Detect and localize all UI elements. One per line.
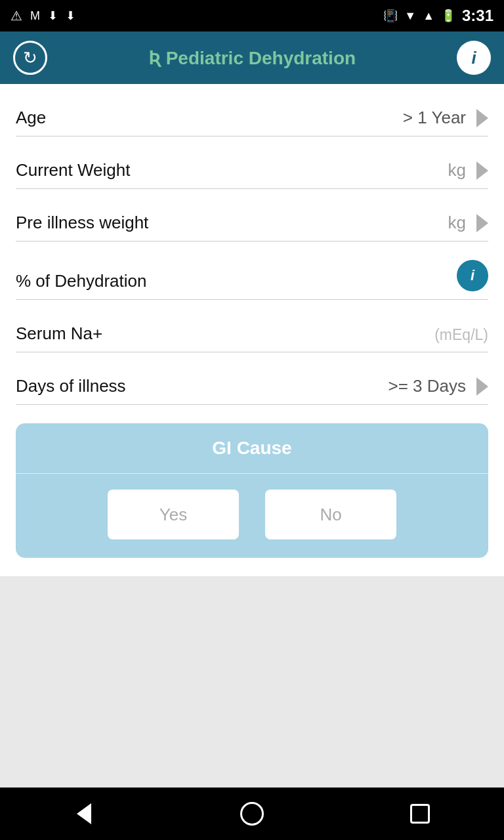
app-title-rx: Ʀ (148, 48, 161, 68)
pre-illness-weight-row[interactable]: Pre illness weight kg (16, 189, 488, 242)
current-weight-unit: kg (448, 160, 466, 180)
days-illness-value-area[interactable]: >= 3 Days (278, 376, 488, 396)
serum-na-row[interactable]: Serum Na+ (mEq/L) (16, 300, 488, 352)
dehydration-label: % of Dehydration (16, 271, 146, 291)
age-value-area[interactable]: > 1 Year (278, 108, 488, 128)
gray-area (0, 576, 504, 788)
serum-na-value-area[interactable]: (mEq/L) (278, 326, 488, 344)
current-weight-label: Current Weight (16, 160, 130, 180)
current-weight-value-area[interactable]: kg (278, 160, 488, 180)
refresh-icon: ↻ (23, 48, 37, 68)
wifi-icon: ▼ (404, 9, 416, 23)
nav-recent-button[interactable] (394, 794, 446, 833)
vibrate-icon: 📳 (383, 9, 398, 23)
gi-cause-section: GI Cause Yes No (16, 423, 488, 558)
days-illness-label: Days of illness (16, 376, 126, 396)
pre-illness-weight-value-area[interactable]: kg (278, 213, 488, 233)
signal-icon: ▲ (423, 9, 434, 23)
current-weight-arrow (476, 161, 488, 180)
download-icon: ⬇ (48, 9, 58, 23)
gmail-icon: M (30, 9, 40, 23)
status-time: 3:31 (462, 7, 494, 25)
pre-illness-weight-arrow (476, 214, 488, 232)
dehydration-value-area[interactable]: i (278, 260, 488, 291)
status-icons-left: ⚠ M ⬇ ⬇ (10, 8, 75, 24)
dehydration-info-icon: i (471, 267, 474, 284)
home-icon (240, 802, 264, 826)
pre-illness-weight-unit: kg (448, 213, 466, 233)
age-label: Age (16, 108, 46, 128)
main-content: Age > 1 Year Current Weight kg Pre illne… (0, 84, 504, 788)
app-title: Ʀ Pediatric Dehydration (148, 47, 356, 69)
status-icons-right: 📳 ▼ ▲ 🔋 3:31 (383, 7, 494, 25)
days-illness-arrow (476, 377, 488, 396)
age-dropdown-arrow (476, 109, 488, 127)
age-value: > 1 Year (403, 108, 466, 128)
gi-cause-no-button[interactable]: No (265, 490, 396, 539)
form-section: Age > 1 Year Current Weight kg Pre illne… (0, 84, 504, 405)
dehydration-row[interactable]: % of Dehydration i (16, 242, 488, 300)
gi-cause-buttons: Yes No (16, 490, 488, 539)
app-info-button[interactable]: i (457, 41, 491, 75)
battery-icon: 🔋 (441, 9, 455, 23)
serum-na-unit: (mEq/L) (434, 326, 488, 344)
recent-icon (410, 804, 430, 824)
days-illness-row[interactable]: Days of illness >= 3 Days (16, 352, 488, 405)
gi-cause-title: GI Cause (16, 423, 488, 473)
bottom-nav (0, 788, 504, 840)
gi-cause-yes-button[interactable]: Yes (108, 490, 239, 539)
back-icon (77, 803, 91, 824)
current-weight-row[interactable]: Current Weight kg (16, 136, 488, 189)
dehydration-info-button[interactable]: i (457, 260, 488, 291)
warning-icon: ⚠ (10, 8, 22, 24)
pre-illness-weight-label: Pre illness weight (16, 213, 148, 233)
info-icon: i (471, 48, 476, 68)
nav-home-button[interactable] (226, 794, 278, 833)
days-illness-value: >= 3 Days (388, 376, 466, 396)
serum-na-label: Serum Na+ (16, 324, 102, 344)
inbox-icon: ⬇ (66, 9, 75, 23)
refresh-button[interactable]: ↻ (13, 41, 47, 75)
app-bar: ↻ Ʀ Pediatric Dehydration i (0, 32, 504, 84)
age-row[interactable]: Age > 1 Year (16, 84, 488, 136)
status-bar: ⚠ M ⬇ ⬇ 📳 ▼ ▲ 🔋 3:31 (0, 0, 504, 32)
app-title-rest: Pediatric Dehydration (161, 48, 356, 68)
nav-back-button[interactable] (58, 794, 110, 833)
gi-cause-divider (16, 473, 488, 474)
